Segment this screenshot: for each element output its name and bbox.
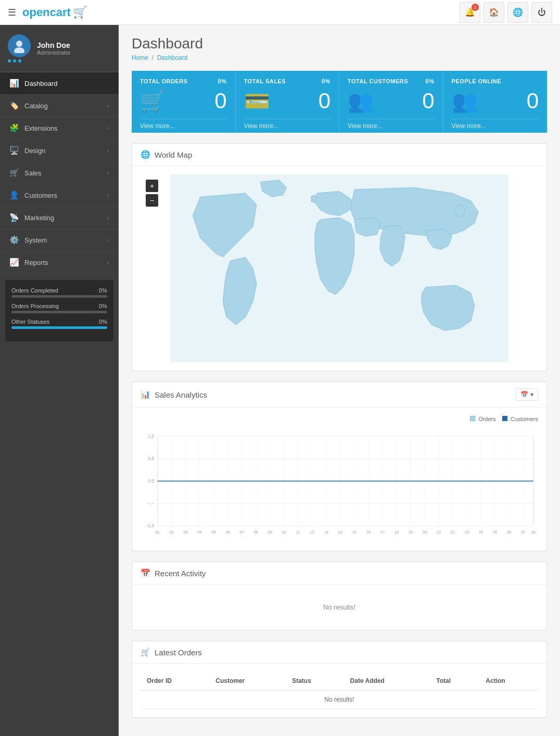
svg-text:10: 10	[282, 530, 286, 535]
sidebar-item-dashboard[interactable]: 📊 Dashboard	[0, 72, 119, 95]
sidebar-item-system[interactable]: ⚙️ System ›	[0, 229, 119, 251]
stat-card-label-total-sales: TOTAL SALES	[244, 78, 286, 84]
nav-item-left-dashboard: 📊 Dashboard	[9, 79, 58, 88]
stat-card-total-sales: TOTAL SALES 0% 💳 0 View more...	[236, 71, 340, 133]
calendar-icon: 📅	[520, 391, 528, 398]
svg-text:21: 21	[437, 530, 441, 535]
stat-card-header-people-online: PEOPLE ONLINE	[452, 78, 539, 84]
topbar-right: 🔔 1 🏠 🌐 ⏻	[460, 2, 552, 23]
world-map-header: 🌐 World Map	[132, 144, 546, 166]
other-statuses-label: Other Statuses	[11, 319, 49, 325]
recent-activity-header: 📅 Recent Activity	[132, 562, 546, 585]
globe-icon: 🌐	[513, 7, 523, 17]
logo-text: opencart	[22, 6, 71, 19]
latest-orders-header: 🛒 Latest Orders	[132, 641, 546, 664]
svg-text:26: 26	[507, 530, 511, 535]
svg-text:28: 28	[531, 530, 536, 535]
sidebar-item-reports[interactable]: 📈 Reports ›	[0, 251, 119, 274]
col-order-id: Order ID	[141, 672, 209, 690]
legend-orders: Orders	[470, 416, 496, 422]
reports-arrow-icon: ›	[107, 259, 109, 265]
home-button[interactable]: 🏠	[483, 2, 504, 23]
logout-button[interactable]: ⏻	[531, 2, 552, 23]
globe-button[interactable]: 🌐	[507, 2, 528, 23]
other-statuses-bar-bg	[11, 326, 107, 329]
other-statuses-pct: 0%	[99, 319, 107, 325]
map-zoom-in[interactable]: +	[146, 180, 158, 192]
world-map-container: + −	[141, 174, 538, 362]
recent-activity-title: 📅 Recent Activity	[141, 568, 206, 578]
world-map-title-text: World Map	[155, 150, 192, 159]
stat-card-body-total-customers: 👥 0	[348, 88, 435, 119]
breadcrumb-current: Dashboard	[157, 54, 188, 61]
sidebar-item-design[interactable]: 🖥️ Design ›	[0, 139, 119, 162]
sidebar-item-label-extensions: Extensions	[24, 124, 58, 132]
hamburger-menu[interactable]: ☰	[8, 7, 16, 18]
svg-text:27: 27	[521, 530, 525, 535]
latest-orders-title-text: Latest Orders	[155, 648, 202, 657]
sidebar-item-sales[interactable]: 🛒 Sales ›	[0, 162, 119, 184]
stat-card-label-total-customers: TOTAL CUSTOMERS	[348, 78, 408, 84]
stat-card-pct-total-sales: 0%	[322, 78, 330, 84]
footer: OpenCart © 2009-2017 All Rights Reserved…	[132, 728, 547, 736]
col-action: Action	[479, 672, 538, 690]
design-arrow-icon: ›	[107, 147, 109, 154]
breadcrumb: Home / Dashboard	[132, 54, 547, 61]
nav-item-left-marketing: 📡 Marketing	[9, 213, 54, 222]
map-zoom-out[interactable]: −	[146, 194, 158, 207]
notification-badge: 1	[472, 4, 479, 11]
svg-text:16: 16	[366, 530, 371, 535]
sidebar-item-extensions[interactable]: 🧩 Extensions ›	[0, 117, 119, 139]
svg-text:13: 13	[324, 530, 328, 535]
world-map-title: 🌐 World Map	[141, 150, 192, 159]
latest-orders-icon: 🛒	[141, 648, 150, 657]
sidebar-item-label-dashboard: Dashboard	[24, 80, 58, 87]
stat-number-total-customers: 0	[422, 88, 434, 113]
table-header-row: Order ID Customer Status Date Added Tota…	[141, 672, 538, 690]
legend-customers-dot	[502, 416, 507, 421]
nav-item-left-customers: 👤 Customers	[9, 191, 57, 200]
latest-orders-body: Order ID Customer Status Date Added Tota…	[132, 664, 546, 717]
orders-processing-bar-bg	[11, 311, 107, 313]
stat-view-more-total-customers[interactable]: View more...	[348, 119, 435, 133]
reports-icon: 📈	[9, 258, 19, 267]
sales-analytics-panel: 📊 Sales Analytics 📅 ▾ Orders	[132, 382, 547, 551]
nav-item-left-system: ⚙️ System	[9, 235, 47, 245]
chart-legend: Orders Customers	[470, 416, 538, 422]
svg-text:20: 20	[423, 530, 427, 535]
stat-view-more-total-orders[interactable]: View more...	[140, 119, 227, 133]
sidebar-item-marketing[interactable]: 📡 Marketing ›	[0, 207, 119, 229]
cart-icon: 🛒	[73, 6, 87, 19]
recent-activity-body: No results!	[132, 585, 546, 630]
sidebar-item-customers[interactable]: 👤 Customers ›	[0, 184, 119, 207]
main-content: Dashboard Home / Dashboard TOTAL ORDERS …	[119, 25, 560, 736]
calendar-button[interactable]: 📅 ▾	[516, 388, 538, 401]
stat-card-label-people-online: PEOPLE ONLINE	[452, 78, 502, 84]
svg-text:25: 25	[493, 530, 497, 535]
svg-text:−1.0: −1.0	[146, 523, 155, 528]
order-status-box: Orders Completed 0% Orders Processing 0%	[5, 280, 113, 341]
topbar: ☰ opencart 🛒 🔔 1 🏠 🌐 ⏻	[0, 0, 560, 25]
sidebar-item-label-marketing: Marketing	[24, 214, 54, 222]
stat-icon-people-online: 👥	[452, 89, 478, 113]
latest-orders-title: 🛒 Latest Orders	[141, 648, 202, 657]
svg-text:06: 06	[226, 530, 230, 535]
legend-customers: Customers	[502, 416, 538, 422]
marketing-arrow-icon: ›	[107, 214, 109, 221]
svg-text:08: 08	[254, 530, 258, 535]
bar-chart-icon: 📊	[141, 390, 150, 399]
svg-text:12: 12	[310, 530, 314, 535]
stat-view-more-people-online[interactable]: View more...	[452, 119, 539, 133]
nav-item-left-extensions: 🧩 Extensions	[9, 123, 58, 133]
svg-text:17: 17	[380, 530, 385, 535]
nav-item-left-catalog: 🏷️ Catalog	[9, 101, 48, 110]
sidebar-item-catalog[interactable]: 🏷️ Catalog ›	[0, 95, 119, 117]
notification-button[interactable]: 🔔 1	[460, 2, 480, 23]
sales-chart-svg: 1.0 0.5 0.0 −.− −1.0 01 02 03 04 05 06 0…	[141, 426, 538, 541]
globe-icon: 🌐	[141, 150, 150, 159]
stat-number-people-online: 0	[527, 88, 539, 113]
stat-card-label-total-orders: TOTAL ORDERS	[140, 78, 188, 84]
latest-orders-panel: 🛒 Latest Orders Order ID Customer Status…	[132, 641, 547, 718]
breadcrumb-home[interactable]: Home	[132, 54, 148, 61]
stat-view-more-total-sales[interactable]: View more...	[244, 119, 331, 133]
